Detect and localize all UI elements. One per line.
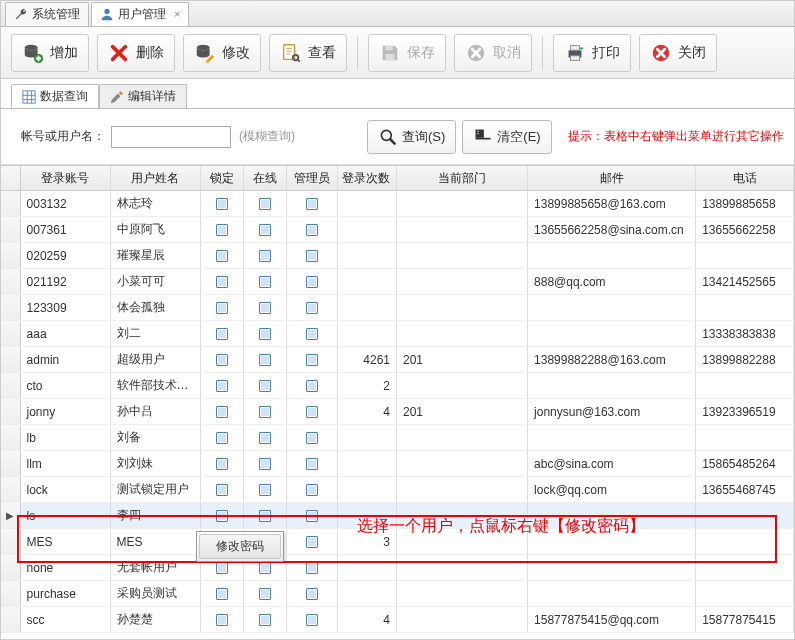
grid-header: 登录账号 用户姓名 锁定 在线 管理员 登录次数 当前部门 邮件 电话 [1, 165, 794, 191]
table-row[interactable]: llm刘刘妹abc@sina.com15865485264 [1, 451, 794, 477]
grid-icon [22, 90, 36, 104]
edit-button[interactable]: 修改 [183, 34, 261, 72]
col-online[interactable]: 在线 [244, 166, 287, 190]
delete-button[interactable]: 删除 [97, 34, 175, 72]
print-button[interactable]: 打印 [553, 34, 631, 72]
context-menu-change-password[interactable]: 修改密码 [199, 534, 281, 559]
cancel-button[interactable]: 取消 [454, 34, 532, 72]
svg-rect-6 [385, 45, 392, 50]
col-email[interactable]: 邮件 [528, 166, 696, 190]
database-edit-icon [194, 42, 216, 64]
tab-user-management[interactable]: 用户管理 × [91, 2, 189, 26]
data-grid[interactable]: 登录账号 用户姓名 锁定 在线 管理员 登录次数 当前部门 邮件 电话 0031… [1, 165, 794, 633]
x-icon [108, 42, 130, 64]
table-row[interactable]: lock测试锁定用户lock@qq.com13655468745 [1, 477, 794, 503]
app-window: 系统管理 用户管理 × 增加 删除 修改 查看 保 [0, 0, 795, 640]
table-row[interactable]: none无套帐用户 [1, 555, 794, 581]
database-add-icon [22, 42, 44, 64]
table-row[interactable]: purchase采购员测试 [1, 581, 794, 607]
table-row[interactable]: 007361中原阿飞13655662258@sina.com.cn1365566… [1, 217, 794, 243]
separator [542, 36, 543, 70]
cancel-icon [465, 42, 487, 64]
pencil-icon [110, 90, 124, 104]
close-icon[interactable]: × [174, 8, 180, 20]
table-row[interactable]: jonny孙中吕4201jonnysun@163.com13923396519 [1, 399, 794, 425]
table-row[interactable]: 003132林志玲13899885658@163.com13899885658 [1, 191, 794, 217]
col-lock[interactable]: 锁定 [201, 166, 244, 190]
svg-rect-15 [476, 129, 484, 137]
context-menu: 修改密码 [196, 531, 284, 562]
svg-point-0 [104, 9, 109, 14]
wrench-icon [14, 7, 28, 21]
svg-point-3 [197, 44, 210, 50]
toolbar: 增加 删除 修改 查看 保存 取消 打印 关闭 [1, 27, 794, 79]
search-icon [378, 127, 398, 147]
user-icon [100, 7, 114, 21]
table-row[interactable]: 123309体会孤独 [1, 295, 794, 321]
subtab-edit-detail[interactable]: 编辑详情 [99, 84, 187, 108]
col-dept[interactable]: 当前部门 [397, 166, 528, 190]
table-row[interactable]: admin超级用户426120113899882288@163.com13899… [1, 347, 794, 373]
add-button[interactable]: 增加 [11, 34, 89, 72]
save-icon [379, 42, 401, 64]
search-bar: 帐号或用户名： (模糊查询) 查询(S) 清空(E) 提示：表格中右键弹出菜单进… [1, 109, 794, 165]
table-row[interactable]: MESMES3 [1, 529, 794, 555]
right-click-tip: 提示：表格中右键弹出菜单进行其它操作 [568, 128, 784, 145]
col-logins[interactable]: 登录次数 [338, 166, 397, 190]
search-label: 帐号或用户名： [21, 128, 105, 145]
search-input[interactable] [111, 126, 231, 148]
col-username[interactable]: 用户姓名 [111, 166, 201, 190]
table-row[interactable]: ▶ls李四 [1, 503, 794, 529]
main-tabs: 系统管理 用户管理 × [1, 1, 794, 27]
col-account[interactable]: 登录账号 [21, 166, 111, 190]
tab-label: 用户管理 [118, 6, 166, 23]
svg-rect-7 [385, 53, 394, 59]
document-search-icon [280, 42, 302, 64]
table-row[interactable]: scc孙楚楚415877875415@qq.com15877875415 [1, 607, 794, 633]
close-button[interactable]: 关闭 [639, 34, 717, 72]
save-button[interactable]: 保存 [368, 34, 446, 72]
subtab-data-query[interactable]: 数据查询 [11, 84, 99, 108]
grid-body: 003132林志玲13899885658@163.com138998856580… [1, 191, 794, 633]
sub-tabs: 数据查询 编辑详情 [1, 83, 794, 109]
close-circle-icon [650, 42, 672, 64]
table-row[interactable]: lb刘备 [1, 425, 794, 451]
table-row[interactable]: 021192小菜可可888@qq.com13421452565 [1, 269, 794, 295]
eraser-icon [473, 127, 493, 147]
tab-system-management[interactable]: 系统管理 [5, 2, 89, 26]
table-row[interactable]: aaa刘二13338383838 [1, 321, 794, 347]
col-phone[interactable]: 电话 [696, 166, 794, 190]
svg-rect-13 [23, 90, 35, 102]
svg-rect-11 [570, 55, 579, 60]
col-admin[interactable]: 管理员 [287, 166, 338, 190]
svg-rect-10 [570, 45, 579, 50]
view-button[interactable]: 查看 [269, 34, 347, 72]
table-row[interactable]: 020259璀璨星辰 [1, 243, 794, 269]
table-row[interactable]: cto软件部技术…2 [1, 373, 794, 399]
svg-point-5 [293, 54, 299, 60]
printer-icon [564, 42, 586, 64]
query-button[interactable]: 查询(S) [367, 120, 456, 154]
separator [357, 36, 358, 70]
tab-label: 系统管理 [32, 6, 80, 23]
clear-button[interactable]: 清空(E) [462, 120, 551, 154]
search-hint: (模糊查询) [239, 128, 295, 145]
svg-point-1 [25, 44, 38, 50]
